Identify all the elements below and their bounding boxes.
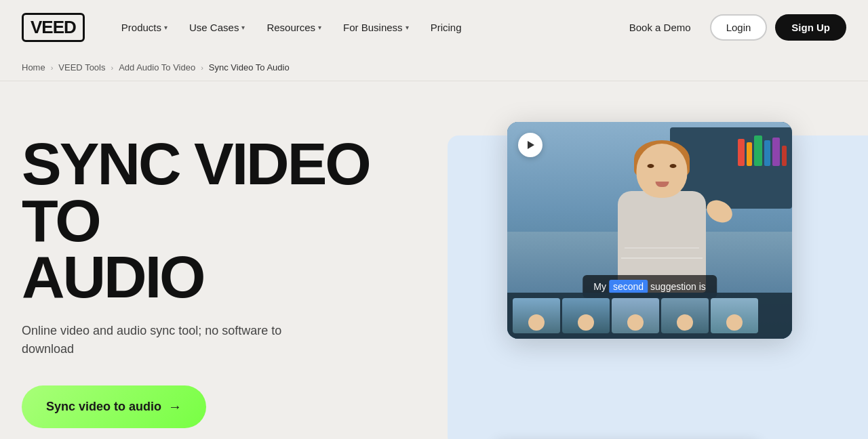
- chevron-down-icon: ▾: [241, 24, 245, 31]
- hero-illustration: My second suggestion is: [408, 122, 846, 439]
- play-triangle-icon: [528, 141, 534, 149]
- breadcrumb-veed-tools[interactable]: VEED Tools: [58, 62, 105, 72]
- breadcrumb-current: Sync Video To Audio: [209, 62, 290, 72]
- thumbnail-3[interactable]: [612, 298, 659, 333]
- book-6: [782, 146, 787, 166]
- play-button[interactable]: [518, 133, 542, 157]
- hero-subtitle: Online video and audio sync tool; no sof…: [22, 322, 307, 358]
- logo[interactable]: VEED: [22, 13, 85, 42]
- nav-item-products[interactable]: Products ▾: [112, 16, 177, 39]
- book-3: [754, 135, 762, 166]
- arrow-icon: →: [168, 399, 182, 415]
- breadcrumb-separator: ›: [111, 64, 114, 72]
- chevron-down-icon: ▾: [406, 24, 409, 31]
- head: [637, 144, 688, 198]
- books: [738, 135, 787, 166]
- breadcrumb-add-audio[interactable]: Add Audio To Video: [119, 62, 195, 72]
- thumbnail-1[interactable]: [513, 298, 560, 333]
- chevron-down-icon: ▾: [318, 24, 321, 31]
- nav-item-resources[interactable]: Resources ▾: [257, 16, 331, 39]
- breadcrumb-separator: ›: [201, 64, 203, 72]
- nav-item-pricing[interactable]: Pricing: [421, 16, 471, 39]
- thumbnail-2[interactable]: [562, 298, 610, 333]
- thumbnail-5[interactable]: [711, 298, 758, 333]
- hero-left: SYNC VIDEO TO AUDIO Online video and aud…: [22, 122, 395, 428]
- signup-button[interactable]: Sign Up: [775, 14, 846, 41]
- thumbnail-4[interactable]: [661, 298, 709, 333]
- login-button[interactable]: Login: [710, 14, 768, 41]
- thumbnail-strip: [507, 293, 792, 339]
- hero-title: SYNC VIDEO TO AUDIO: [22, 135, 395, 306]
- book-4: [764, 140, 770, 166]
- cta-button[interactable]: Sync video to audio →: [22, 385, 206, 428]
- nav-item-use-cases[interactable]: Use Cases ▾: [180, 16, 254, 39]
- book-2: [747, 142, 752, 166]
- main-content: SYNC VIDEO TO AUDIO Online video and aud…: [0, 81, 868, 439]
- video-preview-card: My second suggestion is: [507, 122, 792, 339]
- video-scene: My second suggestion is: [507, 122, 792, 339]
- cta-label: Sync video to audio: [46, 400, 161, 414]
- nav-actions: Book a Demo Login Sign Up: [618, 14, 846, 41]
- nav-item-for-business[interactable]: For Business ▾: [334, 16, 418, 39]
- nav-links: Products ▾ Use Cases ▾ Resources ▾ For B…: [112, 16, 618, 39]
- breadcrumb-home[interactable]: Home: [22, 62, 45, 72]
- chevron-down-icon: ▾: [164, 24, 167, 31]
- subtitle-highlight: second: [609, 280, 648, 293]
- book-1: [738, 139, 745, 166]
- breadcrumb: Home › VEED Tools › Add Audio To Video ›…: [0, 54, 868, 81]
- breadcrumb-separator: ›: [51, 64, 54, 72]
- person-figure: [601, 144, 723, 293]
- navbar: VEED Products ▾ Use Cases ▾ Resources ▾ …: [0, 0, 868, 54]
- book-demo-button[interactable]: Book a Demo: [618, 16, 702, 39]
- book-5: [772, 138, 780, 166]
